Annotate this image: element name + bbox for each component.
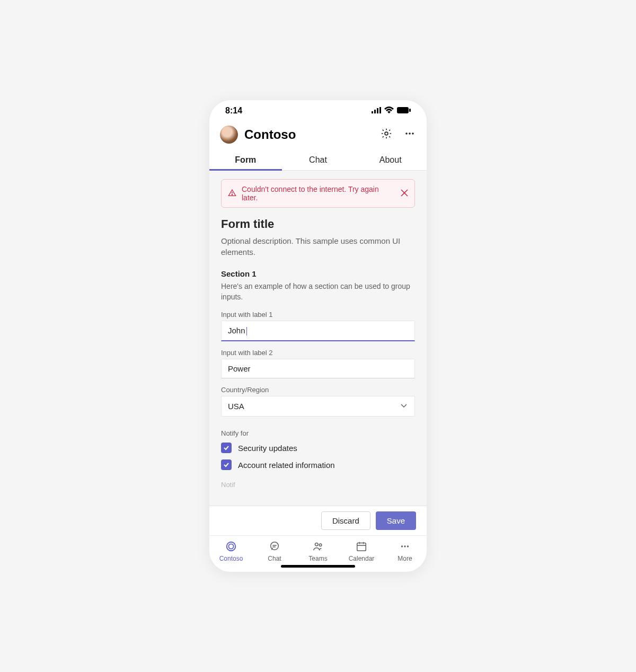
tab-label: About	[379, 155, 402, 164]
svg-point-11	[232, 194, 232, 194]
error-alert: Couldn't connect to the internet. Try ag…	[221, 179, 415, 208]
form-title: Form title	[221, 217, 415, 231]
svg-point-27	[407, 545, 409, 547]
tab-form[interactable]: Form	[209, 150, 282, 170]
input2-field[interactable]: Power	[221, 359, 415, 378]
svg-point-25	[401, 545, 403, 547]
svg-point-20	[319, 544, 322, 546]
tab-chat[interactable]: Chat	[282, 150, 355, 170]
svg-point-9	[412, 132, 414, 135]
field-label: Country/Region	[221, 386, 415, 394]
more-horizontal-icon	[399, 540, 411, 553]
alert-close-button[interactable]	[401, 189, 408, 198]
status-bar: 8:14	[209, 100, 427, 121]
settings-button[interactable]	[380, 128, 393, 141]
close-icon	[401, 190, 408, 198]
nav-label: More	[398, 555, 412, 562]
signal-icon	[372, 106, 381, 116]
cutoff-label: Notif	[221, 481, 415, 489]
section-title: Section 1	[221, 269, 415, 278]
nav-chat[interactable]: Chat	[253, 540, 296, 562]
save-button[interactable]: Save	[376, 511, 416, 530]
tab-label: Form	[235, 155, 256, 164]
clock: 8:14	[225, 106, 242, 116]
svg-rect-21	[357, 543, 366, 551]
app-icon	[225, 540, 237, 553]
nav-label: Contoso	[219, 555, 243, 562]
field-label: Input with label 2	[221, 349, 415, 357]
checkbox-label: Security updates	[238, 444, 297, 453]
country-select[interactable]: USA	[221, 396, 415, 417]
nav-label: Calendar	[349, 555, 375, 562]
field-label: Input with label 1	[221, 311, 415, 319]
checkbox-security-updates[interactable]	[221, 443, 232, 453]
svg-point-14	[227, 542, 236, 551]
battery-icon	[397, 106, 411, 116]
notify-group: Notify for Security updates Account rela…	[221, 429, 415, 473]
app-header: Contoso	[209, 121, 427, 150]
tab-label: Chat	[309, 155, 327, 164]
action-bar: Discard Save	[209, 506, 427, 535]
text-caret	[246, 327, 247, 335]
tab-about[interactable]: About	[354, 150, 427, 170]
status-icons	[372, 106, 411, 116]
avatar[interactable]	[220, 126, 238, 144]
gear-icon	[381, 128, 392, 142]
nav-teams[interactable]: Teams	[296, 540, 340, 562]
checkbox-row[interactable]: Security updates	[221, 439, 415, 456]
checkbox-account-info[interactable]	[221, 459, 232, 470]
field-input1: Input with label 1 John	[221, 311, 415, 341]
warning-icon	[228, 189, 236, 199]
svg-rect-3	[379, 107, 381, 113]
calendar-icon	[355, 540, 368, 553]
input1-field[interactable]: John	[221, 321, 415, 341]
phone-frame: 8:14 Contoso	[209, 100, 427, 572]
more-button[interactable]	[403, 128, 416, 141]
svg-point-26	[404, 545, 405, 547]
input-value: Power	[228, 364, 251, 373]
nav-contoso[interactable]: Contoso	[209, 540, 253, 562]
alert-text: Couldn't connect to the internet. Try ag…	[242, 185, 395, 202]
check-icon	[223, 444, 229, 453]
svg-point-19	[315, 543, 319, 546]
nav-label: Chat	[268, 555, 281, 562]
nav-more[interactable]: More	[383, 540, 427, 562]
field-input2: Input with label 2 Power	[221, 349, 415, 378]
svg-rect-0	[372, 111, 373, 113]
check-icon	[223, 461, 229, 470]
select-value: USA	[228, 402, 244, 411]
more-horizontal-icon	[404, 128, 415, 141]
svg-rect-4	[397, 107, 409, 113]
app-title: Contoso	[244, 127, 374, 142]
field-label: Notify for	[221, 429, 415, 437]
content-area[interactable]: Couldn't connect to the internet. Try ag…	[209, 171, 427, 506]
checkbox-row[interactable]: Account related information	[221, 456, 415, 473]
discard-button[interactable]: Discard	[321, 511, 370, 530]
teams-icon	[312, 540, 324, 553]
tab-bar: Form Chat About	[209, 150, 427, 171]
checkbox-label: Account related information	[238, 461, 335, 470]
svg-point-7	[405, 132, 408, 135]
home-indicator[interactable]	[281, 565, 355, 568]
chevron-down-icon	[400, 401, 408, 411]
field-country: Country/Region USA	[221, 386, 415, 417]
svg-rect-5	[409, 109, 411, 112]
chat-icon	[268, 540, 281, 553]
svg-rect-2	[377, 108, 378, 113]
svg-point-8	[409, 132, 411, 135]
form-description: Optional description. This sample uses c…	[221, 235, 415, 258]
svg-point-15	[228, 544, 233, 549]
section-description: Here's an example of how a section can b…	[221, 281, 415, 302]
svg-point-6	[385, 132, 388, 135]
input-value: John	[228, 326, 245, 335]
nav-label: Teams	[308, 555, 327, 562]
nav-calendar[interactable]: Calendar	[340, 540, 383, 562]
wifi-icon	[384, 106, 394, 116]
svg-rect-1	[374, 110, 376, 113]
